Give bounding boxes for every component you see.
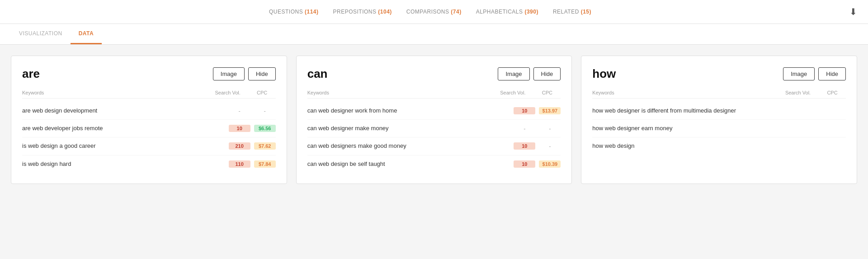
search-vol-badge: 210: [229, 142, 250, 150]
cpc-badge: -: [539, 125, 561, 132]
cpc-badge: $6.56: [254, 125, 276, 132]
hide-button-how[interactable]: Hide: [818, 67, 846, 80]
top-bar: QUESTIONS (114)PREPOSITIONS (104)COMPARI…: [0, 0, 868, 24]
download-icon[interactable]: ⬇: [849, 6, 857, 17]
keyword-text: is web design a good career: [22, 142, 229, 150]
keyword-values: 110$7.84: [229, 160, 276, 168]
nav-item-questions[interactable]: QUESTIONS (114): [269, 9, 319, 15]
keyword-row: can web designer work from home10$13.97: [307, 102, 561, 120]
card-title-can: can: [307, 67, 328, 81]
cpc-badge: -: [254, 108, 276, 114]
search-vol-badge: 10: [514, 107, 535, 114]
table-header-are: Keywords Search Vol. CPC: [22, 90, 276, 99]
keyword-text: how web designer earn money: [592, 124, 799, 132]
card-header-how: howImageHide: [592, 67, 846, 81]
cpc-badge: -: [539, 143, 561, 150]
col-headers-right: Search Vol. CPC: [784, 90, 846, 95]
col-cpc: CPC: [533, 90, 561, 95]
keyword-text: how web designer is different from multi…: [592, 107, 799, 115]
keyword-row: are web design development--: [22, 102, 276, 120]
keyword-values: 10$10.39: [514, 160, 561, 168]
keyword-row: is web design hard110$7.84: [22, 155, 276, 173]
search-vol-badge: 10: [514, 142, 535, 150]
tabs-bar: VISUALIZATION DATA: [0, 24, 868, 45]
keyword-text: how web design: [592, 142, 799, 150]
keyword-text: are web developer jobs remote: [22, 124, 229, 132]
keyword-row: can web designers make good money10-: [307, 137, 561, 155]
tab-visualization[interactable]: VISUALIZATION: [11, 24, 71, 44]
keyword-values: 10$13.97: [514, 107, 561, 114]
tab-data[interactable]: DATA: [71, 24, 102, 44]
cpc-badge: $7.62: [254, 142, 276, 150]
card-are: areImageHide Keywords Search Vol. CPC ar…: [11, 56, 287, 184]
keyword-text: are web design development: [22, 107, 229, 115]
col-search-vol: Search Vol.: [784, 90, 811, 95]
nav-item-prepositions[interactable]: PREPOSITIONS (104): [333, 9, 392, 15]
keyword-row: how web designer earn money: [592, 120, 846, 137]
keyword-values: 210$7.62: [229, 142, 276, 150]
nav-item-alphabeticals[interactable]: ALPHABETICALS (390): [476, 9, 538, 15]
keyword-values: 10$6.56: [229, 125, 276, 132]
hide-button-can[interactable]: Hide: [533, 67, 561, 80]
card-buttons-can: ImageHide: [498, 67, 561, 80]
cpc-badge: $10.39: [539, 160, 561, 168]
card-buttons-how: ImageHide: [783, 67, 846, 80]
card-header-can: canImageHide: [307, 67, 561, 81]
keyword-row: are web developer jobs remote10$6.56: [22, 120, 276, 137]
search-vol-badge: 10: [514, 160, 535, 168]
keyword-row: can web designer make money--: [307, 120, 561, 137]
keyword-text: can web designer make money: [307, 124, 514, 132]
image-button-can[interactable]: Image: [498, 67, 529, 80]
keyword-text: can web designers make good money: [307, 142, 514, 150]
keyword-row: is web design a good career210$7.62: [22, 137, 276, 155]
keyword-text: is web design hard: [22, 160, 229, 168]
search-vol-badge: -: [229, 108, 250, 114]
card-header-are: areImageHide: [22, 67, 276, 81]
nav-item-comparisons[interactable]: COMPARISONS (74): [406, 9, 462, 15]
col-headers-right: Search Vol. CPC: [214, 90, 276, 95]
card-how: howImageHide Keywords Search Vol. CPC ho…: [581, 56, 857, 184]
card-buttons-are: ImageHide: [213, 67, 276, 80]
keyword-row: how web design: [592, 137, 846, 155]
table-header-can: Keywords Search Vol. CPC: [307, 90, 561, 99]
card-title-how: how: [592, 67, 616, 81]
keyword-row: can web design be self taught10$10.39: [307, 155, 561, 173]
search-vol-badge: 10: [229, 125, 250, 132]
col-keywords: Keywords: [592, 90, 784, 95]
nav-item-related[interactable]: RELATED (15): [553, 9, 591, 15]
cpc-badge: $13.97: [539, 107, 561, 114]
col-keywords: Keywords: [22, 90, 214, 95]
col-search-vol: Search Vol.: [499, 90, 526, 95]
col-headers-right: Search Vol. CPC: [499, 90, 561, 95]
col-cpc: CPC: [819, 90, 846, 95]
main-content: areImageHide Keywords Search Vol. CPC ar…: [0, 45, 868, 195]
keyword-values: 10-: [514, 142, 561, 150]
search-vol-badge: 110: [229, 160, 250, 168]
top-nav: QUESTIONS (114)PREPOSITIONS (104)COMPARI…: [269, 9, 591, 15]
search-vol-badge: -: [514, 125, 535, 132]
col-keywords: Keywords: [307, 90, 500, 95]
keyword-row: how web designer is different from multi…: [592, 102, 846, 120]
keyword-values: --: [229, 108, 276, 114]
col-search-vol: Search Vol.: [214, 90, 241, 95]
table-header-how: Keywords Search Vol. CPC: [592, 90, 846, 99]
card-can: canImageHide Keywords Search Vol. CPC ca…: [296, 56, 572, 184]
keyword-text: can web designer work from home: [307, 107, 514, 115]
col-cpc: CPC: [249, 90, 276, 95]
image-button-are[interactable]: Image: [213, 67, 245, 80]
hide-button-are[interactable]: Hide: [248, 67, 276, 80]
card-title-are: are: [22, 67, 40, 81]
image-button-how[interactable]: Image: [783, 67, 815, 80]
keyword-values: --: [514, 125, 561, 132]
keyword-text: can web design be self taught: [307, 160, 514, 168]
cpc-badge: $7.84: [254, 160, 276, 168]
